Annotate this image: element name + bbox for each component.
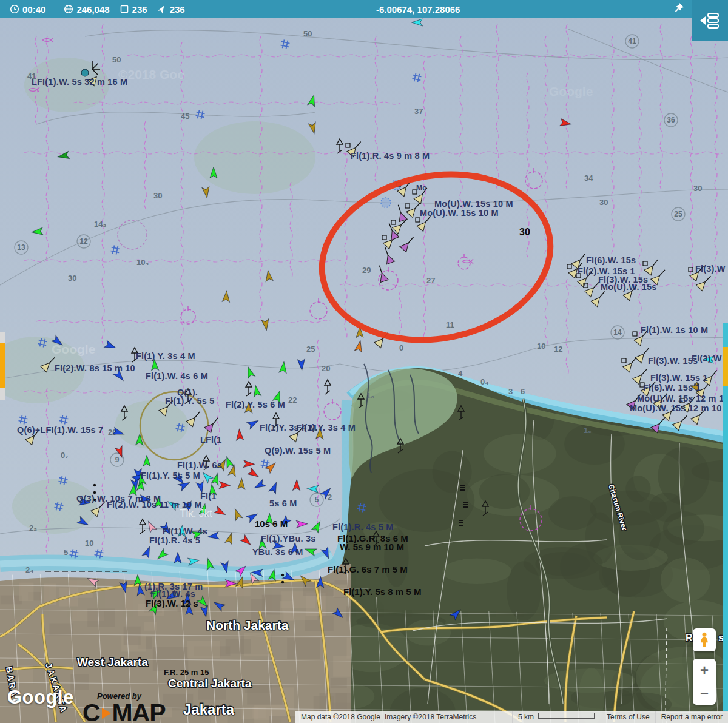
svg-text:41: 41	[628, 37, 636, 45]
cmap-logo: Powered by C MAP	[83, 691, 166, 723]
scale-cell: 5 km	[512, 711, 601, 723]
right-panel-handle[interactable]	[723, 323, 728, 711]
svg-text:5: 5	[315, 496, 319, 504]
svg-text:0: 0	[399, 343, 403, 352]
area-count-stat: 236	[120, 4, 147, 15]
svg-text:Q(6)+LFI(1).W. 15s 7: Q(6)+LFI(1).W. 15s 7	[17, 425, 103, 435]
svg-text:Fl(2).W. 8s 15 m 10: Fl(2).W. 8s 15 m 10	[55, 363, 135, 373]
svg-text:10₄: 10₄	[136, 258, 149, 267]
left-panel-handle[interactable]	[0, 332, 5, 400]
layers-list-icon	[699, 12, 720, 30]
moving-count-value: 236	[170, 4, 185, 15]
svg-text:45: 45	[181, 112, 189, 121]
svg-text:Fl(1).R. 4s 5: Fl(1).R. 4s 5	[149, 536, 200, 545]
svg-text:Fl(1).Y. 3s 4 M: Fl(1).Y. 3s 4 M	[296, 423, 356, 432]
fleet-panel-button[interactable]	[692, 0, 728, 41]
svg-text:Fl(1).G. 6s 7 m 5 M: Fl(1).G. 6s 7 m 5 M	[328, 564, 408, 574]
svg-text:Mo(U).W. 15s 12 m 10: Mo(U).W. 15s 12 m 10	[630, 403, 721, 413]
svg-text:27: 27	[426, 276, 435, 285]
svg-text:Mo(U).W. 15s 10 M: Mo(U).W. 15s 10 M	[434, 199, 513, 209]
svg-text:14: 14	[613, 328, 622, 337]
svg-text:W. 5s 9 m 10 M: W. 5s 9 m 10 M	[340, 542, 404, 552]
marine-traffic-app: ©2018 GooGoogleGoogle5050454137343030303…	[0, 0, 728, 723]
right-panel-tab[interactable]	[723, 347, 728, 386]
svg-text:30: 30	[153, 191, 162, 200]
svg-text:Fl(1).W. 1s 10 M: Fl(1).W. 1s 10 M	[641, 325, 708, 335]
svg-text:10: 10	[537, 341, 545, 351]
svg-text:Fl(1).W. 4s 6 M: Fl(1).W. 4s 6 M	[146, 371, 208, 381]
svg-text:Fl(1).W. 4s: Fl(1).W. 4s	[163, 526, 207, 536]
svg-text:50: 50	[112, 55, 121, 64]
svg-text:Mo: Mo	[416, 184, 427, 192]
svg-text:5s 6 M: 5s 6 M	[269, 499, 297, 508]
svg-text:1₅: 1₅	[584, 426, 592, 435]
svg-text:34: 34	[584, 173, 593, 183]
svg-text:West Jakarta: West Jakarta	[77, 656, 148, 668]
cmap-map: MAP	[112, 701, 166, 723]
svg-text:30: 30	[693, 184, 702, 193]
pegman-button[interactable]	[693, 628, 716, 651]
svg-text:Fl(1).YBu. 3s: Fl(1).YBu. 3s	[261, 534, 315, 543]
square-icon	[120, 4, 129, 14]
svg-text:Fl(1).Y. 5s 5: Fl(1).Y. 5s 5	[165, 396, 215, 406]
svg-text:Tlk. Jkt: Tlk. Jkt	[180, 508, 212, 519]
svg-text:30: 30	[599, 198, 608, 207]
svg-text:13: 13	[17, 243, 25, 252]
svg-text:10s 6 M: 10s 6 M	[255, 519, 288, 529]
svg-text:11: 11	[446, 320, 454, 329]
area-count-value: 236	[132, 4, 147, 15]
svg-text:Fl(1).Y. 5s 8 m 5 M: Fl(1).Y. 5s 8 m 5 M	[343, 587, 421, 597]
cmap-c: C	[83, 701, 100, 723]
clock-icon	[10, 4, 19, 14]
svg-text:2: 2	[328, 493, 332, 502]
svg-text:Fl(3).W: Fl(3).W	[695, 264, 726, 274]
svg-text:0₄: 0₄	[480, 377, 488, 386]
nautical-map[interactable]: ©2018 GooGoogleGoogle5050454137343030303…	[0, 0, 728, 723]
svg-text:5: 5	[64, 548, 68, 557]
svg-text:1₆: 1₆	[366, 391, 374, 400]
report-error-link[interactable]: Report a map error	[655, 711, 728, 723]
svg-text:30: 30	[68, 274, 76, 283]
svg-text:10: 10	[85, 539, 93, 548]
svg-text:Fl(1: Fl(1	[200, 491, 217, 501]
pegman-icon	[698, 632, 711, 648]
pin-icon[interactable]	[672, 2, 686, 18]
svg-text:Mo(U).W. 15s 10 M: Mo(U).W. 15s 10 M	[420, 208, 499, 218]
map-data-credit: Map data ©2018 Google Imagery ©2018 Terr…	[295, 711, 512, 723]
moving-count-stat: 236	[157, 4, 185, 15]
svg-text:0₇: 0₇	[61, 451, 68, 460]
terms-link[interactable]: Terms of Use	[601, 711, 655, 723]
svg-text:Google: Google	[52, 342, 95, 356]
svg-text:Fl(1).R. 4s 5 M: Fl(1).R. 4s 5 M	[332, 522, 394, 532]
svg-text:R: R	[686, 633, 693, 643]
svg-text:Google: Google	[549, 84, 593, 98]
svg-text:20: 20	[322, 364, 330, 373]
svg-text:Fl(6).W. 15s 1: Fl(6).W. 15s 1	[643, 383, 701, 392]
google-logo[interactable]: Google	[7, 687, 74, 708]
svg-text:22: 22	[288, 395, 297, 405]
svg-text:LFl(1: LFl(1	[200, 435, 222, 445]
svg-text:12: 12	[79, 237, 88, 246]
svg-text:25: 25	[306, 345, 315, 354]
zoom-control: + −	[693, 659, 716, 705]
svg-text:6: 6	[521, 387, 525, 396]
cursor-icon	[157, 4, 167, 14]
svg-text:2₂: 2₂	[29, 523, 37, 533]
scale-label: 5 km	[518, 713, 534, 721]
svg-text:37: 37	[414, 107, 423, 116]
svg-text:12: 12	[554, 345, 562, 354]
svg-text:29: 29	[362, 266, 371, 275]
svg-text:Fl(1) Y. 3s 4 M: Fl(1) Y. 3s 4 M	[136, 351, 195, 361]
zoom-in-button[interactable]: +	[693, 659, 716, 682]
svg-text:4: 4	[458, 369, 463, 378]
zoom-out-button[interactable]: −	[693, 682, 716, 705]
svg-text:Fl(3).W: Fl(3).W	[692, 354, 722, 363]
svg-text:YBu. 3s 6 M: YBu. 3s 6 M	[252, 547, 303, 557]
svg-text:Fl(3).W. 15s: Fl(3).W. 15s	[648, 356, 698, 366]
svg-text:30: 30	[519, 227, 530, 237]
svg-text:25: 25	[674, 210, 682, 218]
svg-text:Fl(1).R. 4s 9 m 8 M: Fl(1).R. 4s 9 m 8 M	[351, 151, 430, 161]
svg-text:Fl(2).Y. 5s 6 M: Fl(2).Y. 5s 6 M	[226, 400, 285, 409]
left-panel-tab[interactable]	[0, 343, 5, 388]
svg-text:North Jakarta: North Jakarta	[206, 618, 289, 632]
